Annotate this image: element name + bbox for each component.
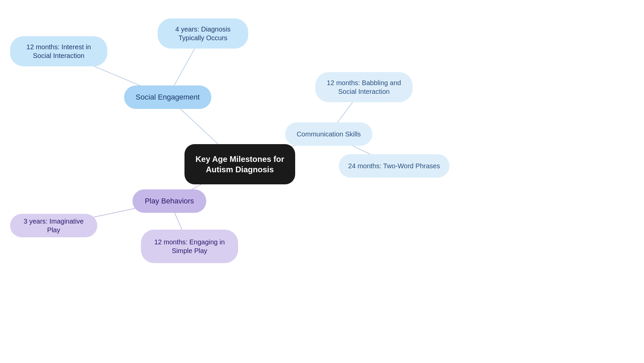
twenty-four-months-node: 24 months: Two-Word Phrases bbox=[339, 154, 449, 178]
twelve-months-social-node: 12 months: Interest in Social Interactio… bbox=[10, 36, 107, 66]
social-engagement-node: Social Engagement bbox=[124, 85, 211, 109]
twelve-months-babbling-node: 12 months: Babbling and Social Interacti… bbox=[315, 72, 413, 102]
center-node: Key Age Milestones for Autism Diagnosis bbox=[184, 144, 295, 184]
four-years-node: 4 years: Diagnosis Typically Occurs bbox=[158, 18, 248, 49]
three-years-node: 3 years: Imaginative Play bbox=[10, 214, 97, 237]
play-behaviors-node: Play Behaviors bbox=[132, 189, 206, 213]
twelve-months-play-node: 12 months: Engaging in Simple Play bbox=[141, 230, 238, 263]
communication-skills-node: Communication Skills bbox=[285, 122, 372, 146]
